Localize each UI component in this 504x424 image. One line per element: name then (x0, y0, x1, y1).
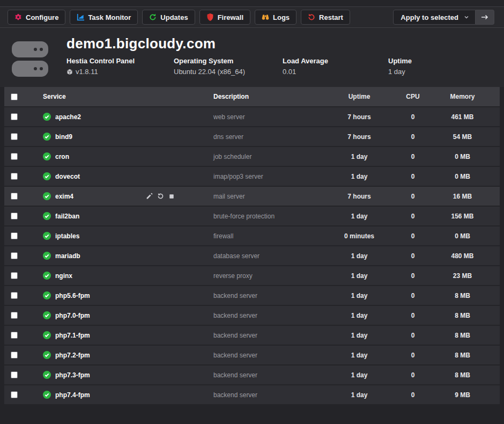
service-uptime: 1 day (330, 332, 389, 339)
toolbar-button-firewall[interactable]: Firewall (199, 10, 250, 25)
row-checkbox[interactable] (11, 391, 18, 398)
status-running-icon (43, 212, 51, 220)
service-description: backend server (213, 371, 330, 379)
service-cpu: 0 (389, 232, 437, 240)
row-checkbox[interactable] (11, 232, 18, 239)
service-memory: 8 MB (437, 371, 500, 379)
row-checkbox[interactable] (11, 193, 18, 200)
service-cpu: 0 (389, 252, 437, 260)
service-memory: 9 MB (437, 391, 500, 399)
service-name: php7.3-fpm (55, 371, 90, 379)
service-uptime: 1 day (330, 312, 389, 319)
row-checkbox[interactable] (11, 153, 18, 160)
service-uptime: 7 hours (330, 133, 389, 141)
service-name: bind9 (55, 133, 72, 141)
apply-to-selected-label: Apply to selected (401, 13, 458, 21)
shield-icon (206, 13, 214, 21)
service-name: exim4 (55, 193, 73, 200)
service-cpu: 0 (389, 173, 437, 180)
edit-service-icon[interactable] (146, 193, 153, 200)
table-row-iptables: iptables firewall 0 minutes 0 0 MB (4, 226, 500, 246)
service-name: php7.1-fpm (55, 332, 90, 339)
service-name: fail2ban (55, 213, 79, 220)
service-cpu: 0 (389, 391, 437, 399)
service-uptime: 1 day (330, 272, 389, 280)
os-label: Operating System (174, 57, 283, 65)
service-uptime: 1 day (330, 252, 389, 260)
toolbar-button-label: Configure (26, 13, 58, 21)
refresh-icon (149, 13, 157, 21)
service-description: mail server (213, 193, 330, 200)
service-memory: 8 MB (437, 352, 500, 359)
arrow-right-icon (480, 13, 489, 21)
service-name: dovecot (55, 173, 80, 180)
row-checkbox[interactable] (11, 113, 18, 120)
toolbar-button-updates[interactable]: Updates (142, 10, 195, 25)
toolbar-button-configure[interactable]: Configure (8, 10, 65, 25)
table-body: apache2 web server 7 hours 0 461 MB bind… (4, 107, 500, 405)
row-checkbox[interactable] (11, 272, 18, 279)
service-cpu: 0 (389, 213, 437, 220)
service-cpu: 0 (389, 272, 437, 280)
row-checkbox[interactable] (11, 332, 18, 339)
table-row-php5.6-fpm: php5.6-fpm backend server 1 day 0 8 MB (4, 286, 500, 306)
service-name: mariadb (55, 252, 80, 260)
column-header-uptime: Uptime (330, 93, 389, 100)
column-header-description: Description (213, 93, 330, 100)
service-cpu: 0 (389, 352, 437, 359)
row-actions (146, 193, 175, 200)
service-name: php7.4-fpm (55, 391, 90, 399)
row-checkbox[interactable] (11, 352, 18, 359)
row-checkbox[interactable] (11, 312, 18, 319)
service-uptime: 1 day (330, 371, 389, 379)
service-uptime: 1 day (330, 352, 389, 359)
table-row-php7.1-fpm: php7.1-fpm backend server 1 day 0 8 MB (4, 326, 500, 346)
apply-submit-button[interactable] (476, 10, 494, 25)
service-description: database server (213, 252, 330, 260)
service-description: web server (213, 113, 330, 121)
status-running-icon (43, 152, 51, 160)
restart-service-icon[interactable] (157, 193, 164, 200)
service-name: nginx (55, 272, 72, 280)
select-all-checkbox[interactable] (11, 93, 18, 100)
service-uptime: 1 day (330, 153, 389, 160)
service-memory: 0 MB (437, 173, 500, 180)
table-row-php7.3-fpm: php7.3-fpm backend server 1 day 0 8 MB (4, 365, 500, 385)
row-checkbox[interactable] (11, 371, 18, 378)
cube-icon (66, 69, 73, 75)
service-cpu: 0 (389, 193, 437, 200)
service-memory: 461 MB (437, 113, 500, 121)
service-memory: 16 MB (437, 193, 500, 200)
chevron-down-icon (463, 14, 470, 20)
row-checkbox[interactable] (11, 213, 18, 220)
stat-panel: Hestia Control Panel v1.8.11 (66, 57, 174, 76)
service-description: backend server (213, 332, 330, 339)
stop-service-icon[interactable] (168, 193, 175, 200)
panel-label: Hestia Control Panel (66, 57, 174, 65)
toolbar-button-label: Logs (273, 13, 290, 21)
service-name: iptables (55, 232, 79, 240)
column-header-cpu: CPU (389, 93, 437, 100)
service-cpu: 0 (389, 153, 437, 160)
service-memory: 0 MB (437, 232, 500, 240)
toolbar-button-logs[interactable]: Logs (255, 10, 297, 25)
gear-icon (14, 13, 22, 21)
row-checkbox[interactable] (11, 173, 18, 180)
toolbar-button-label: Firewall (218, 13, 243, 21)
status-running-icon (43, 331, 51, 339)
service-memory: 8 MB (437, 292, 500, 299)
toolbar-button-restart[interactable]: Restart (301, 10, 350, 25)
row-checkbox[interactable] (11, 133, 18, 140)
apply-to-selected-dropdown[interactable]: Apply to selected (393, 10, 476, 25)
toolbar-button-task-monitor[interactable]: Task Monitor (70, 10, 138, 25)
service-description: imap/pop3 server (213, 173, 330, 180)
row-checkbox[interactable] (11, 292, 18, 299)
column-header-memory: Memory (437, 93, 500, 100)
service-uptime: 1 day (330, 391, 389, 399)
server-icon (12, 41, 48, 87)
row-checkbox[interactable] (11, 252, 18, 259)
service-memory: 23 MB (437, 272, 500, 280)
os-value: Ubuntu 22.04 (x86_64) (174, 68, 283, 76)
service-description: brute-force protection (213, 213, 330, 220)
table-row-dovecot: dovecot imap/pop3 server 1 day 0 0 MB (4, 167, 500, 187)
